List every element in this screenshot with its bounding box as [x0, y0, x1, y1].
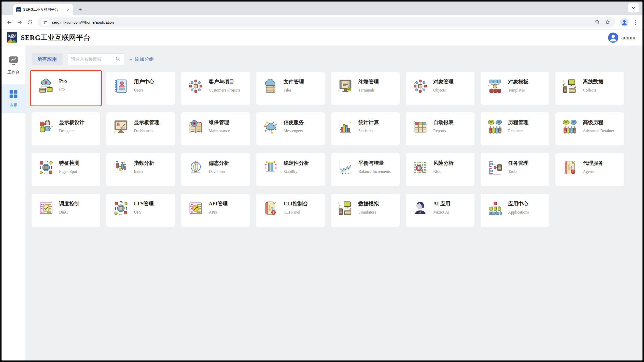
app-card[interactable]: 文件管理 Files [256, 72, 325, 105]
app-card[interactable]: 代理服务 Agents [555, 153, 624, 186]
app-title: 调度控制 [59, 200, 79, 207]
app-card[interactable]: 信使服务 Messengers [256, 112, 325, 145]
app-title: 稳定性分析 [284, 160, 309, 167]
app-card[interactable]: 平衡与增量 Balance Increments [331, 153, 400, 186]
search-box [68, 53, 124, 65]
svg-text:ERG: ERG [17, 8, 20, 10]
server-shield-icon [38, 200, 54, 216]
app-title: 风险分析 [433, 160, 454, 167]
app-card[interactable]: AI 应用 Mixiot AI [406, 194, 474, 227]
columns-chat-icon [562, 119, 578, 135]
app-subtitle: Templates [508, 88, 528, 93]
app-title: 代理服务 [583, 160, 603, 167]
app-card[interactable]: 统计计算 Statistics [331, 112, 400, 145]
app-title: CLI控制台 [284, 200, 308, 207]
app-card[interactable]: Pro Pro [32, 72, 100, 105]
browser-menu-icon[interactable] [632, 20, 639, 25]
app-title: 指数分析 [134, 160, 154, 167]
app-title: 维保管理 [209, 119, 230, 126]
page-title: SERG工业互联网平台 [21, 33, 91, 42]
app-title: 偏态分析 [209, 160, 229, 167]
app-card[interactable]: 自动报表 Reports [406, 112, 474, 145]
forward-button[interactable] [15, 18, 24, 27]
browser-profile-icon[interactable] [620, 18, 629, 27]
app-title: Pro [59, 78, 67, 84]
app-card[interactable]: API管理 APIs [181, 194, 250, 227]
browser-tab[interactable]: ERG SERG工业互联网平台 × [13, 4, 73, 15]
app-subtitle: Agents [583, 169, 603, 174]
server-brush-icon [188, 200, 204, 216]
app-card[interactable]: 客户与项目 Customers Projects [181, 72, 250, 105]
app-title: 任务管理 [508, 160, 528, 167]
favicon-icon: ERG [16, 7, 21, 12]
app-subtitle: Mixiot AI [433, 210, 450, 215]
app-subtitle: UFS [134, 210, 154, 215]
app-card[interactable]: 特征检测 Eigen Spot [32, 153, 100, 186]
browser-toolbar: serg.mixyun.com/#/home/application [2, 15, 642, 29]
search-icon[interactable] [115, 56, 121, 63]
columns-chat-icon [487, 119, 503, 135]
app-card[interactable]: 终端管理 Terminals [331, 72, 400, 105]
app-subtitle: Deviation [209, 169, 229, 174]
app-card[interactable]: 对象模板 Templates [481, 72, 549, 105]
app-card[interactable]: UFS管理 UFS [106, 194, 175, 227]
app-title: 信使服务 [284, 119, 304, 126]
app-card[interactable]: 应用中心 Applications [481, 194, 549, 227]
sidebar-item-workbench[interactable]: 工作台 [2, 50, 25, 80]
window-chevron-button[interactable] [628, 3, 639, 12]
pro-cloud-icon [38, 78, 54, 94]
app-card[interactable]: 对象管理 Objects [406, 72, 474, 105]
all-apps-button[interactable]: 所有应用 [32, 53, 63, 65]
app-title: 用户中心 [134, 78, 154, 85]
app-card[interactable]: 指数分析 Index [106, 153, 175, 186]
app-card[interactable]: 数据模拟 Simulators [331, 194, 400, 227]
new-tab-button[interactable]: + [76, 5, 85, 14]
stability-icon [263, 160, 278, 175]
site-settings-icon[interactable] [41, 19, 49, 26]
url-bar[interactable]: serg.mixyun.com/#/home/application [38, 17, 615, 27]
app-card[interactable]: 调度控制 D&C [32, 194, 100, 227]
sidebar-item-apps[interactable]: 应用 [2, 84, 25, 113]
boxplot-icon [113, 160, 129, 175]
user-name: admin [621, 34, 635, 41]
app-card[interactable]: 风险分析 Risk [406, 153, 474, 186]
user-avatar[interactable] [608, 33, 618, 43]
app-card[interactable]: 离线数据 Collects [555, 72, 624, 105]
app-card[interactable]: 用户中心 Users [106, 72, 175, 105]
app-subtitle: Collects [583, 88, 603, 93]
app-card[interactable]: 维保管理 Maintenance [181, 112, 250, 145]
tab-strip: ERG SERG工业互联网平台 × + [2, 2, 642, 15]
url-text[interactable]: serg.mixyun.com/#/home/application [52, 20, 591, 24]
app-subtitle: Risk [433, 169, 454, 174]
app-subtitle: Files [284, 88, 304, 93]
reload-button[interactable] [25, 18, 34, 27]
apps-grid-icon [9, 89, 18, 100]
app-subtitle: Statistics [358, 129, 379, 133]
user-menu[interactable]: admin [608, 33, 635, 43]
search-input[interactable] [71, 57, 113, 62]
app-title: 客户与项目 [209, 78, 240, 85]
app-subtitle: Applications [508, 210, 529, 215]
app-subtitle: Designer [59, 129, 85, 133]
app-card[interactable]: 历程管理 Retainers [481, 112, 549, 145]
app-subtitle: Reports [433, 129, 454, 133]
app-grid: Pro Pro 用户中心 Users 客户与项目 [32, 72, 642, 227]
app-subtitle: Users [134, 88, 154, 93]
app-header: ERG SERG工业互联网平台 admin [2, 29, 642, 46]
app-card[interactable]: 任务管理 Tasks [481, 153, 549, 186]
ai-person-icon [412, 200, 428, 216]
app-card[interactable]: 高级历程 Advanced Retainer [555, 112, 624, 145]
app-card[interactable]: 显示板管理 Dashboards [106, 112, 175, 145]
zoom-icon[interactable] [594, 19, 601, 26]
add-group-button[interactable]: + 添加分组 [129, 56, 154, 63]
app-subtitle: Maintenance [209, 129, 230, 133]
app-card[interactable]: 偏态分析 Deviation [181, 153, 250, 186]
app-card[interactable]: 稳定性分析 Stability [256, 153, 325, 186]
bookmark-star-icon[interactable] [604, 19, 611, 26]
app-title: AI 应用 [433, 200, 450, 207]
app-card[interactable]: CLI控制台 CLI Panel [256, 194, 325, 227]
app-card[interactable]: 显示板设计 Designer [32, 112, 100, 145]
hub-nodes-icon [412, 78, 428, 94]
tab-close-icon[interactable]: × [66, 7, 70, 12]
back-button[interactable] [5, 18, 14, 27]
